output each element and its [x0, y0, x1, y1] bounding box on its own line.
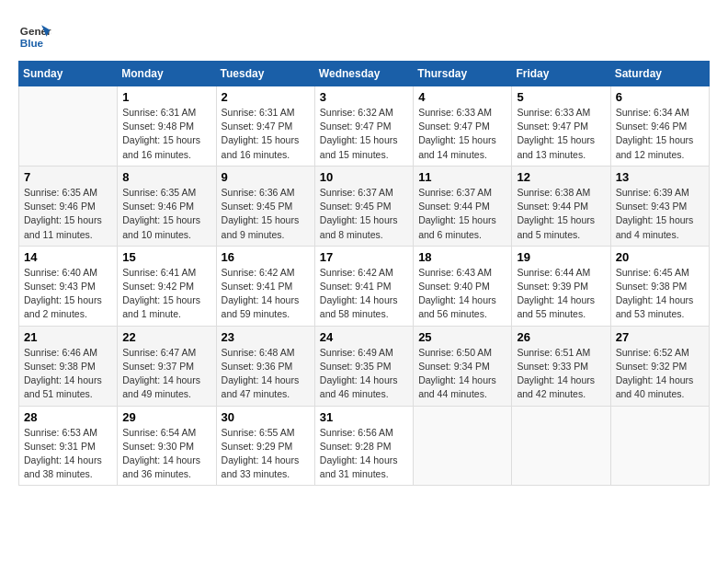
day-info: Sunrise: 6:52 AMSunset: 9:32 PMDaylight:…	[616, 346, 704, 402]
day-number: 28	[24, 410, 112, 424]
day-cell-4: 4Sunrise: 6:33 AMSunset: 9:47 PMDaylight…	[414, 86, 512, 167]
day-info: Sunrise: 6:37 AMSunset: 9:45 PMDaylight:…	[320, 186, 408, 242]
day-info: Sunrise: 6:40 AMSunset: 9:43 PMDaylight:…	[24, 266, 112, 322]
day-cell-14: 14Sunrise: 6:40 AMSunset: 9:43 PMDayligh…	[19, 246, 118, 326]
day-cell-15: 15Sunrise: 6:41 AMSunset: 9:42 PMDayligh…	[118, 246, 216, 326]
day-info: Sunrise: 6:35 AMSunset: 9:46 PMDaylight:…	[24, 186, 112, 242]
svg-text:Blue: Blue	[20, 37, 44, 49]
day-number: 23	[222, 330, 310, 344]
calendar-body: 1Sunrise: 6:31 AMSunset: 9:48 PMDaylight…	[19, 86, 710, 486]
day-number: 30	[222, 410, 310, 424]
day-number: 4	[418, 90, 506, 104]
day-cell-7: 7Sunrise: 6:35 AMSunset: 9:46 PMDaylight…	[19, 166, 118, 246]
day-cell-27: 27Sunrise: 6:52 AMSunset: 9:32 PMDayligh…	[610, 326, 709, 406]
day-info: Sunrise: 6:31 AMSunset: 9:47 PMDaylight:…	[222, 106, 310, 162]
day-info: Sunrise: 6:35 AMSunset: 9:46 PMDaylight:…	[122, 186, 210, 242]
empty-cell	[610, 406, 709, 486]
day-cell-22: 22Sunrise: 6:47 AMSunset: 9:37 PMDayligh…	[118, 326, 216, 406]
day-number: 20	[616, 250, 704, 264]
day-info: Sunrise: 6:49 AMSunset: 9:35 PMDaylight:…	[320, 346, 408, 402]
day-cell-3: 3Sunrise: 6:32 AMSunset: 9:47 PMDaylight…	[314, 86, 413, 167]
week-row-4: 21Sunrise: 6:46 AMSunset: 9:38 PMDayligh…	[19, 326, 710, 406]
day-cell-21: 21Sunrise: 6:46 AMSunset: 9:38 PMDayligh…	[19, 326, 118, 406]
day-cell-18: 18Sunrise: 6:43 AMSunset: 9:40 PMDayligh…	[414, 246, 512, 326]
day-number: 24	[320, 330, 408, 344]
day-info: Sunrise: 6:41 AMSunset: 9:42 PMDaylight:…	[122, 266, 210, 322]
day-number: 2	[222, 90, 310, 104]
day-cell-26: 26Sunrise: 6:51 AMSunset: 9:33 PMDayligh…	[512, 326, 610, 406]
day-cell-6: 6Sunrise: 6:34 AMSunset: 9:46 PMDaylight…	[610, 86, 709, 167]
col-header-sunday: Sunday	[19, 62, 118, 86]
day-info: Sunrise: 6:51 AMSunset: 9:33 PMDaylight:…	[517, 346, 605, 402]
day-number: 27	[616, 330, 704, 344]
day-cell-29: 29Sunrise: 6:54 AMSunset: 9:30 PMDayligh…	[118, 406, 216, 486]
day-number: 21	[24, 330, 112, 344]
day-cell-2: 2Sunrise: 6:31 AMSunset: 9:47 PMDaylight…	[216, 86, 314, 167]
day-cell-31: 31Sunrise: 6:56 AMSunset: 9:28 PMDayligh…	[314, 406, 413, 486]
day-cell-30: 30Sunrise: 6:55 AMSunset: 9:29 PMDayligh…	[216, 406, 314, 486]
empty-cell	[19, 86, 118, 167]
day-number: 18	[418, 250, 506, 264]
day-info: Sunrise: 6:32 AMSunset: 9:47 PMDaylight:…	[320, 106, 408, 162]
day-info: Sunrise: 6:34 AMSunset: 9:46 PMDaylight:…	[616, 106, 704, 162]
day-info: Sunrise: 6:33 AMSunset: 9:47 PMDaylight:…	[418, 106, 506, 162]
week-row-2: 7Sunrise: 6:35 AMSunset: 9:46 PMDaylight…	[19, 166, 710, 246]
day-cell-9: 9Sunrise: 6:36 AMSunset: 9:45 PMDaylight…	[216, 166, 314, 246]
page-header: General Blue	[18, 18, 710, 52]
day-number: 17	[320, 250, 408, 264]
day-number: 7	[24, 170, 112, 184]
day-cell-17: 17Sunrise: 6:42 AMSunset: 9:41 PMDayligh…	[314, 246, 413, 326]
day-info: Sunrise: 6:53 AMSunset: 9:31 PMDaylight:…	[24, 426, 112, 482]
day-number: 3	[320, 90, 408, 104]
day-cell-19: 19Sunrise: 6:44 AMSunset: 9:39 PMDayligh…	[512, 246, 610, 326]
day-cell-12: 12Sunrise: 6:38 AMSunset: 9:44 PMDayligh…	[512, 166, 610, 246]
day-cell-16: 16Sunrise: 6:42 AMSunset: 9:41 PMDayligh…	[216, 246, 314, 326]
col-header-friday: Friday	[512, 62, 610, 86]
day-number: 14	[24, 250, 112, 264]
col-header-tuesday: Tuesday	[216, 62, 314, 86]
day-info: Sunrise: 6:48 AMSunset: 9:36 PMDaylight:…	[222, 346, 310, 402]
day-info: Sunrise: 6:46 AMSunset: 9:38 PMDaylight:…	[24, 346, 112, 402]
day-number: 16	[222, 250, 310, 264]
day-info: Sunrise: 6:42 AMSunset: 9:41 PMDaylight:…	[320, 266, 408, 322]
day-cell-11: 11Sunrise: 6:37 AMSunset: 9:44 PMDayligh…	[414, 166, 512, 246]
day-info: Sunrise: 6:54 AMSunset: 9:30 PMDaylight:…	[122, 426, 210, 482]
day-number: 12	[517, 170, 605, 184]
day-info: Sunrise: 6:37 AMSunset: 9:44 PMDaylight:…	[418, 186, 506, 242]
day-info: Sunrise: 6:42 AMSunset: 9:41 PMDaylight:…	[222, 266, 310, 322]
day-number: 1	[122, 90, 210, 104]
day-cell-1: 1Sunrise: 6:31 AMSunset: 9:48 PMDaylight…	[118, 86, 216, 167]
day-info: Sunrise: 6:47 AMSunset: 9:37 PMDaylight:…	[122, 346, 210, 402]
day-info: Sunrise: 6:56 AMSunset: 9:28 PMDaylight:…	[320, 426, 408, 482]
day-number: 15	[122, 250, 210, 264]
day-cell-24: 24Sunrise: 6:49 AMSunset: 9:35 PMDayligh…	[314, 326, 413, 406]
day-info: Sunrise: 6:38 AMSunset: 9:44 PMDaylight:…	[517, 186, 605, 242]
day-number: 22	[122, 330, 210, 344]
col-header-thursday: Thursday	[414, 62, 512, 86]
day-info: Sunrise: 6:50 AMSunset: 9:34 PMDaylight:…	[418, 346, 506, 402]
day-number: 29	[122, 410, 210, 424]
day-number: 5	[517, 90, 605, 104]
day-info: Sunrise: 6:36 AMSunset: 9:45 PMDaylight:…	[222, 186, 310, 242]
day-cell-13: 13Sunrise: 6:39 AMSunset: 9:43 PMDayligh…	[610, 166, 709, 246]
day-info: Sunrise: 6:45 AMSunset: 9:38 PMDaylight:…	[616, 266, 704, 322]
day-number: 31	[320, 410, 408, 424]
col-header-saturday: Saturday	[610, 62, 709, 86]
day-info: Sunrise: 6:39 AMSunset: 9:43 PMDaylight:…	[616, 186, 704, 242]
empty-cell	[512, 406, 610, 486]
day-cell-23: 23Sunrise: 6:48 AMSunset: 9:36 PMDayligh…	[216, 326, 314, 406]
week-row-3: 14Sunrise: 6:40 AMSunset: 9:43 PMDayligh…	[19, 246, 710, 326]
day-cell-10: 10Sunrise: 6:37 AMSunset: 9:45 PMDayligh…	[314, 166, 413, 246]
day-cell-8: 8Sunrise: 6:35 AMSunset: 9:46 PMDaylight…	[118, 166, 216, 246]
day-cell-28: 28Sunrise: 6:53 AMSunset: 9:31 PMDayligh…	[19, 406, 118, 486]
col-header-monday: Monday	[118, 62, 216, 86]
logo: General Blue	[18, 18, 51, 52]
day-number: 8	[122, 170, 210, 184]
day-info: Sunrise: 6:44 AMSunset: 9:39 PMDaylight:…	[517, 266, 605, 322]
day-number: 13	[616, 170, 704, 184]
day-cell-5: 5Sunrise: 6:33 AMSunset: 9:47 PMDaylight…	[512, 86, 610, 167]
week-row-1: 1Sunrise: 6:31 AMSunset: 9:48 PMDaylight…	[19, 86, 710, 167]
day-number: 11	[418, 170, 506, 184]
day-info: Sunrise: 6:55 AMSunset: 9:29 PMDaylight:…	[222, 426, 310, 482]
day-info: Sunrise: 6:43 AMSunset: 9:40 PMDaylight:…	[418, 266, 506, 322]
